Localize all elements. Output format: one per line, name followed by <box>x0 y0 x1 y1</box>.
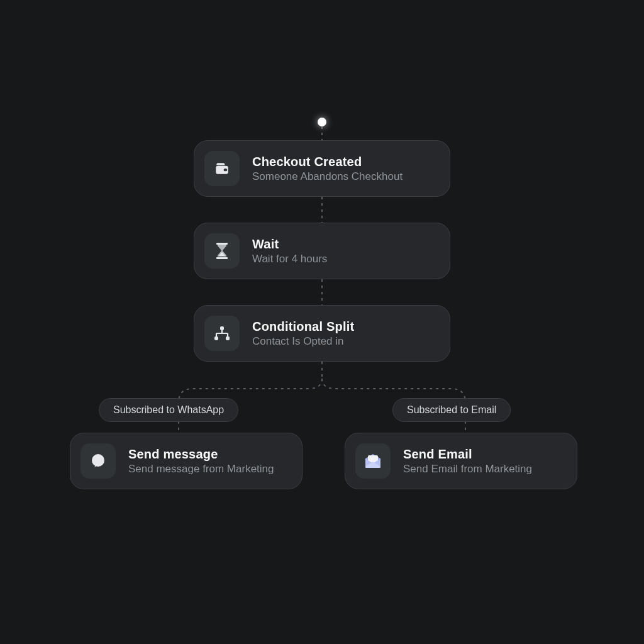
svg-rect-7 <box>216 257 228 259</box>
node-subtitle: Send Email from Marketing <box>403 463 532 475</box>
branch-label-left: Subscribed to WhatsApp <box>99 398 238 422</box>
flow-start-dot <box>318 118 326 126</box>
branch-label-right: Subscribed to Email <box>392 398 511 422</box>
node-wait[interactable]: Wait Wait for 4 hours <box>194 223 450 279</box>
email-icon <box>355 443 391 479</box>
svg-rect-10 <box>226 336 230 340</box>
node-subtitle: Wait for 4 hours <box>252 253 327 265</box>
node-title: Checkout Created <box>252 155 402 169</box>
split-icon <box>204 316 240 351</box>
hourglass-icon <box>204 233 240 269</box>
svg-rect-9 <box>214 336 218 340</box>
node-subtitle: Someone Abandons Checkhout <box>252 170 402 183</box>
node-send-email[interactable]: Send Email Send Email from Marketing <box>345 433 577 489</box>
node-title: Send Email <box>403 447 532 462</box>
node-trigger[interactable]: Checkout Created Someone Abandons Checkh… <box>194 140 450 197</box>
svg-rect-6 <box>216 243 228 245</box>
wallet-icon <box>204 151 240 186</box>
node-title: Send message <box>128 447 274 462</box>
svg-rect-8 <box>220 326 224 330</box>
node-send-message[interactable]: Send message Send message from Marketing <box>70 433 303 489</box>
node-split[interactable]: Conditional Split Contact Is Opted in <box>194 305 450 362</box>
node-subtitle: Contact Is Opted in <box>252 335 354 348</box>
node-title: Conditional Split <box>252 319 354 334</box>
node-subtitle: Send message from Marketing <box>128 463 274 475</box>
node-title: Wait <box>252 237 327 252</box>
chat-icon <box>80 443 116 479</box>
svg-rect-5 <box>224 169 227 171</box>
